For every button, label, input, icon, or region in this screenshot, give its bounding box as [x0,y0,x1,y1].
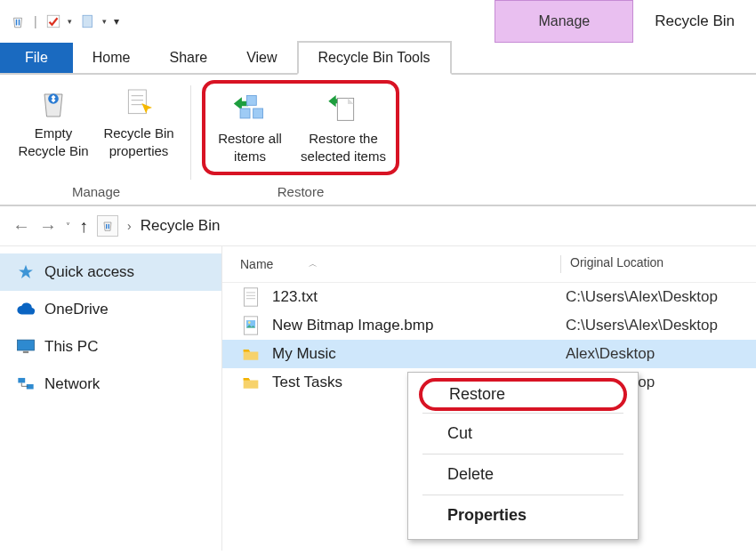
title-bar: | ▾ ▾ ▾ Manage Recycle Bin [0,0,756,43]
column-separator[interactable] [560,255,561,273]
highlight-annotation: Restore [419,378,627,411]
cloud-icon [16,300,36,319]
column-header-original-location[interactable]: Original Location [570,255,664,273]
monitor-icon [16,337,36,357]
button-label: Recycle Bin properties [100,125,178,159]
svg-point-21 [248,321,251,324]
button-label: Restore the selected items [296,130,390,165]
svg-rect-10 [337,98,353,120]
highlight-annotation: Restore all items Restore the selected i… [202,80,399,175]
button-label: Empty Recycle Bin [14,125,92,159]
forward-button[interactable]: → [39,216,57,237]
breadcrumb-separator-icon[interactable]: › [127,219,132,233]
menu-separator [422,495,623,495]
folder-icon [240,343,261,365]
tab-view[interactable]: View [227,43,296,73]
sidebar-item-label: This PC [44,338,98,356]
navigation-pane: Quick access OneDrive This PC Network [0,246,222,551]
svg-rect-12 [23,351,28,353]
sidebar-item-quick-access[interactable]: Quick access [0,253,221,291]
file-name: 123.txt [272,288,566,306]
svg-rect-3 [128,90,146,114]
sidebar-item-network[interactable]: Network [0,366,221,403]
chevron-down-icon[interactable]: ▾ [102,17,107,26]
separator: | [34,14,37,28]
tab-file[interactable]: File [0,43,73,73]
button-label: Restore all items [211,130,289,165]
svg-rect-11 [18,340,35,350]
sidebar-item-label: OneDrive [44,301,109,318]
empty-recycle-bin-button[interactable]: Empty Recycle Bin [12,80,94,165]
restore-selected-icon [326,91,361,131]
network-icon [16,374,36,394]
qat-overflow-icon[interactable]: ▾ [114,15,119,28]
sidebar-item-this-pc[interactable]: This PC [0,328,221,366]
menu-separator [422,413,623,414]
tab-recycle-bin-tools[interactable]: Recycle Bin Tools [297,41,452,75]
file-name: New Bitmap Image.bmp [272,317,566,334]
file-original-location: Alex\Desktop [566,345,655,363]
file-original-location: C:\Users\Alex\Desktop [566,288,718,306]
ribbon: Empty Recycle Bin Recycle Bin properties… [0,75,756,206]
folder-icon [240,372,261,393]
ribbon-tabs: File Home Share View Recycle Bin Tools [0,43,756,75]
svg-rect-0 [47,15,60,28]
svg-rect-1 [83,15,92,28]
navigation-bar: ← → ˅ ↑ › Recycle Bin [0,206,756,246]
svg-rect-8 [240,109,250,118]
context-menu-cut[interactable]: Cut [408,415,638,452]
ribbon-group-manage: Empty Recycle Bin Recycle Bin properties… [5,80,187,205]
context-menu: Restore Cut Delete Properties [407,372,639,540]
content-area: Quick access OneDrive This PC Network Na… [0,246,756,551]
contextual-tab-manage[interactable]: Manage [495,0,633,43]
file-row[interactable]: New Bitmap Image.bmp C:\Users\Alex\Deskt… [222,311,756,340]
file-original-location: C:\Users\Alex\Desktop [566,317,718,334]
sort-ascending-icon: ︿ [309,258,318,270]
restore-all-items-button[interactable]: Restore all items [209,85,291,170]
file-name: My Music [272,345,566,363]
ribbon-group-restore: Restore all items Restore the selected i… [195,80,406,205]
title-tabs-area: Manage Recycle Bin [495,0,756,43]
context-menu-restore[interactable]: Restore [449,385,597,404]
back-button[interactable]: ← [12,216,30,237]
recycle-bin-icon[interactable] [9,12,27,30]
properties-icon[interactable] [44,12,62,30]
sidebar-item-onedrive[interactable]: OneDrive [0,291,221,328]
ribbon-separator [190,85,191,180]
chevron-down-icon[interactable]: ▾ [68,17,72,26]
sidebar-item-label: Quick access [44,263,134,281]
restore-selected-items-button[interactable]: Restore the selected items [294,85,392,170]
svg-rect-9 [253,109,263,118]
menu-separator [422,454,623,454]
image-file-icon [240,315,261,336]
column-headers: Name ︿ Original Location [222,246,756,283]
svg-rect-13 [18,378,25,383]
quick-access-toolbar: | ▾ ▾ ▾ [0,12,128,30]
file-row[interactable]: My Music Alex\Desktop [222,340,756,368]
history-chevron-icon[interactable]: ˅ [66,221,70,231]
restore-all-icon [230,91,269,131]
address-location[interactable]: Recycle Bin [141,217,221,235]
star-icon [16,262,36,282]
ribbon-group-label: Restore [277,181,325,205]
ribbon-group-label: Manage [72,181,120,205]
context-menu-properties[interactable]: Properties [408,497,638,534]
new-item-icon[interactable] [79,12,97,30]
text-file-icon [240,286,261,308]
recycle-bin-empty-icon [36,85,71,125]
svg-rect-7 [246,95,256,105]
column-label: Name [240,257,273,271]
file-row[interactable]: 123.txt C:\Users\Alex\Desktop [222,283,756,311]
up-button[interactable]: ↑ [79,216,88,237]
sidebar-item-label: Network [44,375,100,393]
window-title: Recycle Bin [633,0,756,43]
context-menu-delete[interactable]: Delete [408,456,638,493]
recycle-bin-properties-button[interactable]: Recycle Bin properties [98,80,180,165]
column-header-name[interactable]: Name ︿ [240,255,551,273]
tab-home[interactable]: Home [73,43,150,73]
recycle-bin-address-icon[interactable] [97,215,118,237]
tab-share[interactable]: Share [149,43,227,73]
svg-rect-15 [244,288,257,306]
properties-sheet-icon [121,85,157,125]
